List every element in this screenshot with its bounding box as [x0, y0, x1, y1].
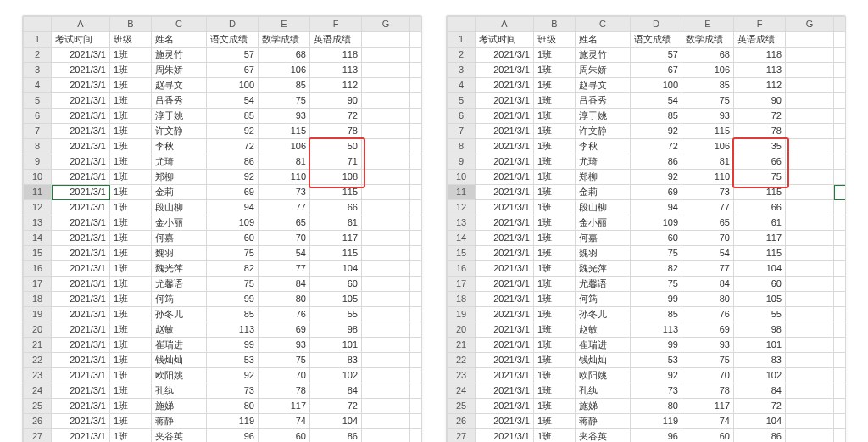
cell[interactable]: 54	[631, 93, 682, 109]
cell[interactable]: 69	[207, 185, 259, 200]
cell[interactable]	[786, 124, 834, 139]
cell[interactable]: 许文静	[576, 124, 631, 139]
cell[interactable]	[786, 170, 834, 185]
row-header[interactable]: 17	[448, 277, 476, 292]
cell[interactable]: 60	[734, 277, 786, 292]
cell[interactable]: 郑柳	[152, 170, 207, 185]
cell[interactable]: 何筠	[152, 292, 207, 307]
cell[interactable]: 1班	[110, 277, 152, 292]
cell[interactable]	[410, 231, 423, 246]
cell[interactable]: 113	[631, 322, 682, 338]
row-header[interactable]: 8	[24, 139, 52, 154]
cell[interactable]: 1班	[534, 139, 576, 154]
row-header[interactable]: 12	[448, 200, 476, 215]
cell[interactable]: 108	[310, 170, 362, 185]
cell[interactable]: 50	[310, 139, 362, 154]
cell[interactable]: 2021/3/1	[52, 185, 110, 200]
cell[interactable]: 75	[631, 246, 682, 261]
cell[interactable]	[410, 63, 423, 78]
cell[interactable]	[786, 338, 834, 353]
cell[interactable]	[834, 353, 847, 368]
cell[interactable]	[410, 277, 423, 292]
cell[interactable]	[786, 277, 834, 292]
cell[interactable]: 2021/3/1	[476, 414, 534, 429]
cell[interactable]: 2021/3/1	[52, 261, 110, 277]
cell[interactable]: 1班	[110, 261, 152, 277]
cell[interactable]	[786, 292, 834, 307]
cell[interactable]	[362, 48, 410, 63]
cell[interactable]: 75	[259, 353, 310, 368]
grid[interactable]: ABCDEFGH1考试时间班级姓名语文成绩数学成绩英语成绩22021/3/11班…	[23, 16, 422, 442]
cell[interactable]: 2021/3/1	[476, 109, 534, 124]
row-header[interactable]: 24	[24, 383, 52, 399]
cell[interactable]: 2021/3/1	[52, 215, 110, 231]
cell[interactable]: 淳于姚	[152, 109, 207, 124]
row-header[interactable]: 6	[24, 109, 52, 124]
cell[interactable]: 61	[734, 215, 786, 231]
cell[interactable]: 93	[259, 109, 310, 124]
col-header-F[interactable]: F	[310, 17, 362, 32]
row-header[interactable]: 16	[24, 261, 52, 277]
cell[interactable]: 吕香秀	[152, 93, 207, 109]
cell[interactable]: 2021/3/1	[476, 399, 534, 414]
cell[interactable]	[410, 399, 423, 414]
cell[interactable]: 1班	[110, 292, 152, 307]
cell[interactable]	[786, 261, 834, 277]
cell[interactable]	[410, 383, 423, 399]
cell[interactable]: 蒋静	[152, 414, 207, 429]
cell[interactable]: 金小丽	[152, 215, 207, 231]
cell[interactable]: 1班	[110, 200, 152, 215]
cell[interactable]: 85	[631, 307, 682, 322]
cell[interactable]: 102	[734, 368, 786, 383]
row-header[interactable]: 16	[448, 261, 476, 277]
row-header[interactable]: 9	[24, 154, 52, 170]
cell[interactable]: 2021/3/1	[476, 338, 534, 353]
cell[interactable]: 何筠	[576, 292, 631, 307]
row-header[interactable]: 17	[24, 277, 52, 292]
cell[interactable]: 75	[734, 170, 786, 185]
cell[interactable]: 115	[734, 185, 786, 200]
cell[interactable]	[362, 185, 410, 200]
col-header-E[interactable]: E	[682, 17, 734, 32]
cell[interactable]: 109	[631, 215, 682, 231]
cell[interactable]	[786, 200, 834, 215]
cell[interactable]	[834, 170, 847, 185]
cell[interactable]	[410, 261, 423, 277]
cell[interactable]: 104	[310, 261, 362, 277]
header-cell[interactable]: 姓名	[576, 32, 631, 48]
cell[interactable]: 赵敏	[152, 322, 207, 338]
cell[interactable]: 77	[259, 261, 310, 277]
cell[interactable]: 76	[259, 307, 310, 322]
cell[interactable]: 1班	[110, 154, 152, 170]
cell[interactable]: 117	[682, 399, 734, 414]
cell[interactable]	[834, 78, 847, 93]
cell[interactable]: 钱灿灿	[576, 353, 631, 368]
cell[interactable]: 115	[682, 124, 734, 139]
cell[interactable]	[834, 338, 847, 353]
select-all-corner[interactable]	[24, 17, 52, 32]
header-cell[interactable]: 班级	[110, 32, 152, 48]
cell[interactable]: 76	[682, 307, 734, 322]
cell[interactable]: 李秋	[576, 139, 631, 154]
cell[interactable]: 113	[310, 63, 362, 78]
cell[interactable]: 2021/3/1	[52, 124, 110, 139]
cell[interactable]: 2021/3/1	[52, 246, 110, 261]
cell[interactable]	[362, 124, 410, 139]
grid[interactable]: ABCDEFGH1考试时间班级姓名语文成绩数学成绩英语成绩22021/3/11班…	[447, 16, 846, 442]
header-cell[interactable]	[834, 32, 847, 48]
cell[interactable]: 1班	[534, 63, 576, 78]
cell[interactable]: 69	[631, 185, 682, 200]
cell[interactable]: 尤琦	[576, 154, 631, 170]
cell[interactable]: 99	[631, 292, 682, 307]
cell[interactable]: 75	[259, 93, 310, 109]
row-header[interactable]: 1	[448, 32, 476, 48]
cell[interactable]: 92	[207, 170, 259, 185]
row-header[interactable]: 19	[448, 307, 476, 322]
cell[interactable]: 1班	[110, 338, 152, 353]
cell[interactable]	[786, 414, 834, 429]
cell[interactable]: 1班	[110, 429, 152, 443]
cell[interactable]	[362, 399, 410, 414]
cell[interactable]	[410, 154, 423, 170]
cell[interactable]: 1班	[534, 200, 576, 215]
cell[interactable]: 74	[259, 414, 310, 429]
